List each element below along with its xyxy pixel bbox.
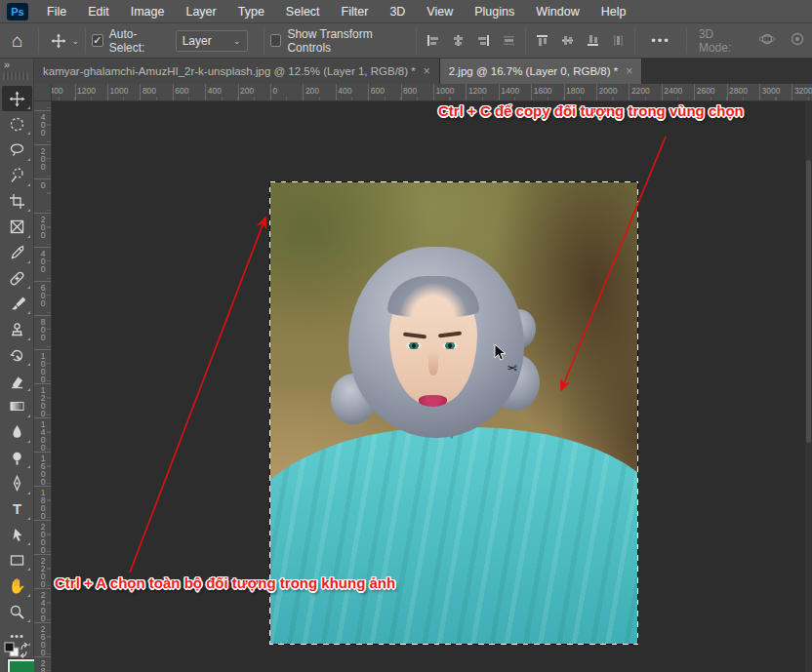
history-brush-tool[interactable] — [2, 342, 32, 368]
ruler-label: 200 — [38, 215, 48, 238]
tools-panel: » T✋••• — [0, 59, 34, 672]
quick-selection-tool[interactable] — [2, 163, 32, 188]
pen-tool[interactable] — [2, 471, 32, 496]
show-transform-controls-checkbox[interactable]: ✓ — [270, 34, 282, 47]
ruler-tick — [303, 84, 304, 101]
3d-orbit-icon[interactable] — [758, 31, 776, 50]
document-tab-2[interactable]: 2.jpg @ 16.7% (Layer 0, RGB/8) *× — [440, 59, 642, 84]
elliptical-marquee-icon — [9, 116, 25, 133]
auto-select-target-dropdown[interactable]: Layer ⌄ — [176, 30, 248, 52]
frame-icon — [9, 218, 25, 235]
brush-icon — [9, 296, 25, 312]
align-right-edges-icon[interactable] — [477, 34, 490, 47]
path-selection-icon — [9, 527, 25, 543]
gradient-tool[interactable] — [2, 394, 32, 419]
spot-healing-brush-tool[interactable] — [2, 265, 32, 291]
ruler-label: 2800 — [729, 86, 748, 96]
tab-close-icon[interactable]: × — [626, 64, 632, 78]
distribute-horizontal-centers-icon[interactable] — [503, 34, 515, 47]
ruler-tick — [34, 656, 52, 657]
vertical-scrollbar[interactable] — [805, 101, 812, 672]
ruler-tick — [466, 84, 467, 101]
ruler-label: 200 — [240, 86, 254, 96]
blur-tool[interactable] — [2, 419, 32, 445]
home-icon[interactable]: ⌂ — [12, 30, 22, 52]
ruler-label: 1000 — [110, 86, 129, 96]
zoom-icon — [9, 604, 25, 620]
more-options-icon[interactable]: ••• — [651, 33, 670, 48]
eyedropper-tool[interactable] — [2, 240, 32, 265]
separator — [634, 28, 635, 54]
distribute-vertical-centers-icon[interactable] — [612, 34, 625, 47]
zoom-tool[interactable] — [2, 599, 32, 624]
ruler-tick — [34, 247, 52, 248]
menu-edit[interactable]: Edit — [77, 0, 120, 23]
document-tab-1[interactable]: kamyar-ghalamchi-AmuzHI_2r-k-unsplash.jp… — [34, 59, 440, 84]
photo-blouse-folds — [270, 427, 637, 644]
chevron-down-icon[interactable]: ⌄ — [71, 36, 79, 46]
menu-select[interactable]: Select — [275, 0, 331, 23]
ruler-label: 200 — [38, 146, 48, 170]
ruler-tick — [792, 84, 792, 101]
ruler-label: 1600 — [534, 86, 552, 96]
auto-select-checkbox[interactable]: ✓ — [92, 34, 103, 47]
elliptical-marquee-tool[interactable] — [2, 111, 32, 137]
rectangle-tool[interactable] — [2, 547, 32, 573]
tab-close-icon[interactable]: × — [424, 64, 430, 78]
ruler-tick — [205, 84, 206, 101]
toolbar-grip[interactable] — [3, 71, 28, 80]
ruler-tick — [34, 486, 52, 487]
ruler-label: 400 — [38, 112, 48, 136]
ruler-tick — [34, 144, 52, 145]
brush-tool[interactable] — [2, 291, 32, 316]
horizontal-ruler[interactable]: 1400120010008006004002000200400600800100… — [34, 84, 812, 101]
align-bottom-edges-icon[interactable] — [587, 34, 599, 47]
crop-tool[interactable] — [2, 188, 32, 214]
scrollbar-thumb[interactable] — [806, 160, 811, 443]
ruler-tick — [34, 315, 52, 316]
separator — [38, 28, 39, 54]
ruler-label: 600 — [371, 86, 385, 96]
menu-file[interactable]: File — [36, 0, 77, 23]
menu-image[interactable]: Image — [120, 0, 176, 23]
ruler-label: 1400 — [501, 86, 519, 96]
menu-filter[interactable]: Filter — [331, 0, 380, 23]
hand-tool[interactable]: ✋ — [2, 573, 32, 599]
ruler-label: 2400 — [664, 86, 682, 96]
ruler-label: 400 — [38, 249, 48, 272]
menu-type[interactable]: Type — [227, 0, 275, 23]
ruler-label: 1400 — [38, 419, 48, 451]
move-tool[interactable] — [2, 86, 32, 111]
clone-stamp-tool[interactable] — [2, 317, 32, 342]
eraser-tool[interactable] — [2, 368, 32, 393]
align-top-edges-icon[interactable] — [536, 34, 548, 47]
3d-roll-icon[interactable] — [790, 31, 805, 50]
menu-window[interactable]: Window — [525, 0, 589, 23]
frame-tool[interactable] — [2, 215, 32, 240]
move-icon — [9, 91, 25, 107]
align-horizontal-centers-icon[interactable] — [452, 34, 465, 47]
path-selection-tool[interactable] — [2, 522, 32, 547]
menu-view[interactable]: View — [416, 0, 464, 23]
clone-stamp-icon — [9, 321, 25, 337]
type-tool[interactable]: T — [2, 496, 32, 522]
gradient-icon — [9, 398, 25, 415]
menu-3d[interactable]: 3D — [379, 0, 416, 23]
move-tool-preset-icon[interactable] — [51, 33, 66, 49]
ruler-tick — [75, 84, 76, 101]
photoshop-window: Ps FileEditImageLayerTypeSelectFilter3DV… — [0, 0, 812, 672]
align-left-edges-icon[interactable] — [426, 34, 439, 47]
lasso-tool[interactable] — [2, 138, 32, 163]
history-brush-icon — [9, 347, 25, 364]
align-vertical-centers-icon[interactable] — [561, 34, 574, 47]
toolbar-collapse-icon[interactable]: » — [4, 59, 8, 70]
ruler-label: 400 — [338, 86, 351, 96]
menu-plugins[interactable]: Plugins — [464, 0, 525, 23]
foreground-color-swatch[interactable] — [8, 659, 37, 672]
menu-help[interactable]: Help — [590, 0, 637, 23]
dodge-tool[interactable] — [2, 445, 32, 470]
menu-layer[interactable]: Layer — [175, 0, 226, 23]
ruler-tick — [727, 84, 728, 101]
vertical-ruler[interactable]: 4002000200400600800100012001400160018002… — [34, 101, 52, 672]
ruler-tick — [34, 520, 52, 521]
